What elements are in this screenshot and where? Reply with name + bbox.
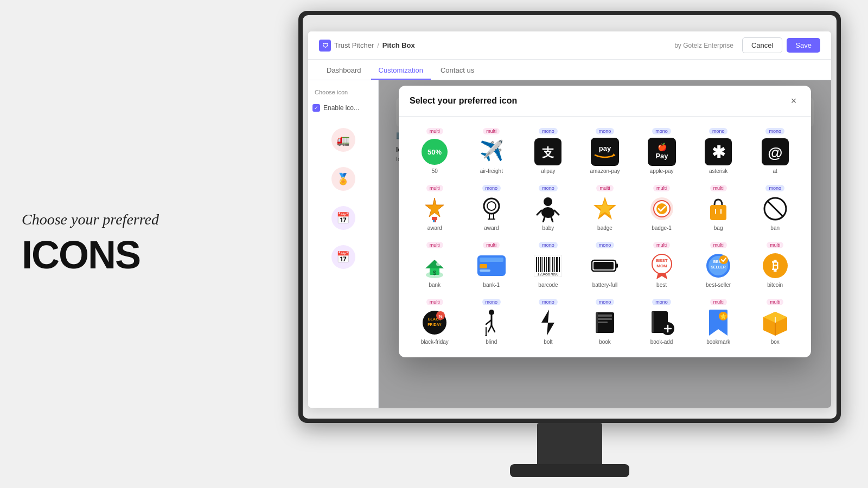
icon-book-name: book bbox=[599, 339, 611, 345]
icon-item-book[interactable]: mono bbox=[578, 294, 633, 349]
icon-item-amazon-pay[interactable]: mono pay bbox=[578, 123, 633, 178]
svg-rect-23 bbox=[488, 219, 495, 220]
icon-item-asterisk[interactable]: mono ✱ asterisk bbox=[691, 123, 746, 178]
icon-bolt-name: bolt bbox=[544, 339, 552, 345]
icon-item-alipay[interactable]: mono 支 alipay bbox=[521, 123, 576, 178]
icon-item-50[interactable]: multi 50% 50 bbox=[407, 123, 462, 178]
svg-text:50%: 50% bbox=[427, 148, 442, 156]
icon-item-apple-pay[interactable]: mono 🍎 Pay bbox=[634, 123, 689, 178]
tag-multi: multi bbox=[710, 242, 727, 248]
icon-item-badge1[interactable]: multi bbox=[634, 180, 689, 235]
svg-rect-50 bbox=[536, 257, 537, 272]
tag-multi: multi bbox=[426, 299, 443, 305]
sidebar-icon-truck[interactable]: 🚛 bbox=[312, 124, 374, 156]
svg-point-20 bbox=[487, 202, 496, 210]
icon-item-bolt[interactable]: mono bolt bbox=[521, 294, 576, 349]
svg-point-43 bbox=[436, 262, 441, 266]
svg-line-85 bbox=[488, 325, 492, 332]
icon-alipay-img: 支 bbox=[534, 138, 562, 166]
tab-customization[interactable]: Customization bbox=[371, 62, 431, 80]
svg-text:🍎: 🍎 bbox=[657, 143, 667, 152]
icon-item-best-seller[interactable]: multi BEST SELLER bbox=[691, 237, 746, 292]
icon-bitcoin-img: ₿ bbox=[761, 252, 789, 280]
icon-award-mono-name: award bbox=[484, 225, 499, 231]
icon-item-baby[interactable]: mono bbox=[521, 180, 576, 235]
svg-text:BEST: BEST bbox=[656, 258, 667, 263]
save-button[interactable]: Save bbox=[787, 38, 820, 53]
icon-bank1-img bbox=[477, 252, 506, 280]
svg-rect-93 bbox=[598, 322, 608, 323]
icon-item-bookmark[interactable]: multi ⭐ bbox=[691, 294, 746, 349]
icon-asterisk-name: asterisk bbox=[709, 168, 727, 174]
icon-bank-name: bank bbox=[429, 282, 441, 288]
icon-blind-img bbox=[477, 309, 506, 337]
icon-item-box[interactable]: multi bbox=[748, 294, 802, 349]
cancel-button[interactable]: Cancel bbox=[742, 37, 782, 53]
svg-rect-53 bbox=[542, 257, 543, 272]
icon-item-badge[interactable]: multi badge bbox=[578, 180, 633, 235]
icon-picker-modal: Select your preferred icon × multi bbox=[399, 86, 811, 357]
svg-point-19 bbox=[484, 198, 499, 214]
svg-rect-64 bbox=[616, 264, 618, 268]
icon-alipay-name: alipay bbox=[541, 168, 555, 174]
svg-text:✈️: ✈️ bbox=[479, 139, 503, 162]
sidebar-icon-calendar[interactable]: 📅 bbox=[312, 202, 374, 234]
choose-label: Choose your preferred bbox=[22, 211, 206, 228]
tag-multi: multi bbox=[767, 242, 783, 248]
icon-item-air-freight[interactable]: multi ✈️ air-freight bbox=[464, 123, 519, 178]
icon-battery-img bbox=[591, 252, 619, 280]
app-nav: Dashboard Customization Contact us bbox=[308, 60, 831, 80]
sidebar-icon-award[interactable]: 🏅 bbox=[312, 163, 374, 195]
icon-item-at[interactable]: mono @ at bbox=[748, 123, 802, 178]
tag-mono: mono bbox=[482, 299, 501, 305]
monitor: 🛡 Trust Pitcher / Pitch Box by Gotelz En… bbox=[271, 0, 868, 488]
breadcrumb-parent: Trust Pitcher bbox=[334, 41, 374, 49]
svg-rect-48 bbox=[480, 269, 490, 272]
app-main: Thursday, VISA ℹ️ Only the @ Icon Proper… bbox=[379, 80, 831, 408]
icon-bookmark-img: ⭐ bbox=[704, 309, 732, 337]
svg-text:支: 支 bbox=[541, 146, 554, 159]
icon-item-bank1[interactable]: multi bbox=[464, 237, 519, 292]
tab-dashboard[interactable]: Dashboard bbox=[319, 62, 369, 80]
icon-item-barcode[interactable]: mono bbox=[521, 237, 576, 292]
icon-item-award-multi[interactable]: multi bbox=[407, 180, 462, 235]
svg-rect-92 bbox=[598, 318, 612, 320]
svg-rect-60 bbox=[556, 257, 558, 272]
enable-icon-checkbox[interactable]: ✓ bbox=[312, 104, 320, 112]
award-icon: 🏅 bbox=[331, 167, 355, 191]
icon-baby-name: baby bbox=[542, 225, 554, 231]
icon-row-1: multi 50% 50 bbox=[407, 123, 802, 178]
icon-item-best[interactable]: multi BEST MOM bbox=[634, 237, 689, 292]
icon-item-award-mono[interactable]: mono bbox=[464, 180, 519, 235]
svg-rect-46 bbox=[480, 258, 503, 262]
app-frame: 🛡 Trust Pitcher / Pitch Box by Gotelz En… bbox=[308, 31, 831, 408]
icon-item-blackfriday[interactable]: multi BLACK FRIDAY % bbox=[407, 294, 462, 349]
svg-line-29 bbox=[551, 217, 553, 222]
icon-item-bitcoin[interactable]: multi ₿ bitcoin bbox=[748, 237, 802, 292]
tab-contact[interactable]: Contact us bbox=[433, 62, 482, 80]
tag-mono: mono bbox=[596, 299, 615, 305]
svg-rect-52 bbox=[540, 257, 541, 272]
tag-multi: multi bbox=[426, 185, 443, 191]
sidebar-section-title: Choose icon bbox=[312, 89, 374, 95]
icon-item-bag[interactable]: multi bbox=[691, 180, 746, 235]
icon-item-battery[interactable]: mono bbox=[578, 237, 633, 292]
svg-rect-59 bbox=[554, 257, 555, 272]
icon-item-bank[interactable]: multi $ bbox=[407, 237, 462, 292]
icon-best-name: best bbox=[656, 282, 667, 288]
enable-icon-label: Enable ico... bbox=[323, 104, 359, 112]
sidebar-icon-calendar2[interactable]: 📅 bbox=[312, 241, 374, 273]
icon-blind-name: blind bbox=[486, 339, 497, 345]
tag-mono: mono bbox=[539, 128, 558, 134]
modal-close-button[interactable]: × bbox=[787, 94, 800, 107]
svg-text:FRIDAY: FRIDAY bbox=[428, 323, 442, 326]
icon-item-book-add[interactable]: mono bbox=[634, 294, 689, 349]
icon-barcode-name: barcode bbox=[538, 282, 558, 288]
icon-item-ban[interactable]: mono ban bbox=[748, 180, 802, 235]
icon-item-blind[interactable]: mono bbox=[464, 294, 519, 349]
icon-award-multi-name: award bbox=[427, 225, 442, 231]
icon-airfreight-name: air-freight bbox=[480, 168, 503, 174]
svg-rect-35 bbox=[710, 205, 726, 220]
icon-ban-img bbox=[761, 195, 789, 223]
svg-text:₿: ₿ bbox=[772, 258, 778, 273]
